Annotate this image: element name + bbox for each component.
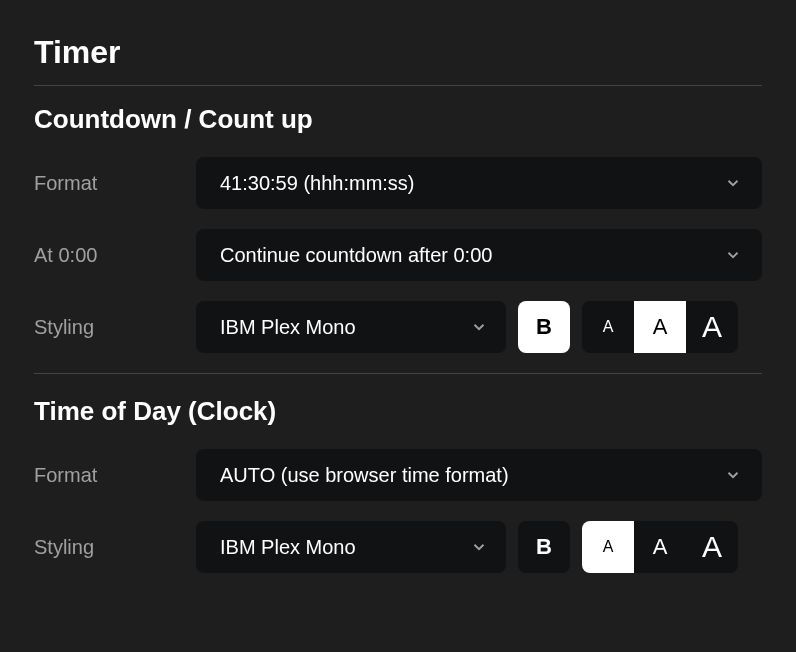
clock-format-dropdown[interactable]: AUTO (use browser time format) — [196, 449, 762, 501]
clock-styling-row: Styling IBM Plex Mono B A A A — [34, 521, 762, 573]
countdown-format-label: Format — [34, 172, 196, 195]
chevron-down-icon — [470, 318, 488, 336]
divider — [34, 373, 762, 374]
clock-size-large[interactable]: A — [686, 521, 738, 573]
clock-size-small[interactable]: A — [582, 521, 634, 573]
countdown-atzero-dropdown[interactable]: Continue countdown after 0:00 — [196, 229, 762, 281]
countdown-styling-label: Styling — [34, 316, 196, 339]
countdown-size-medium[interactable]: A — [634, 301, 686, 353]
clock-styling-label: Styling — [34, 536, 196, 559]
countdown-format-value: 41:30:59 (hhh:mm:ss) — [220, 172, 415, 195]
countdown-atzero-label: At 0:00 — [34, 244, 196, 267]
countdown-atzero-value: Continue countdown after 0:00 — [220, 244, 492, 267]
clock-bold-toggle[interactable]: B — [518, 521, 570, 573]
clock-heading: Time of Day (Clock) — [34, 396, 762, 427]
countdown-size-group: A A A — [582, 301, 738, 353]
chevron-down-icon — [470, 538, 488, 556]
countdown-styling-row: Styling IBM Plex Mono B A A A — [34, 301, 762, 353]
clock-format-row: Format AUTO (use browser time format) — [34, 449, 762, 501]
countdown-format-dropdown[interactable]: 41:30:59 (hhh:mm:ss) — [196, 157, 762, 209]
chevron-down-icon — [724, 246, 742, 264]
chevron-down-icon — [724, 174, 742, 192]
countdown-heading: Countdown / Count up — [34, 104, 762, 135]
clock-styling-controls: IBM Plex Mono B A A A — [196, 521, 762, 573]
clock-format-value: AUTO (use browser time format) — [220, 464, 509, 487]
clock-size-group: A A A — [582, 521, 738, 573]
clock-font-dropdown[interactable]: IBM Plex Mono — [196, 521, 506, 573]
countdown-size-small[interactable]: A — [582, 301, 634, 353]
clock-font-value: IBM Plex Mono — [220, 536, 356, 559]
countdown-styling-controls: IBM Plex Mono B A A A — [196, 301, 762, 353]
divider — [34, 85, 762, 86]
countdown-font-dropdown[interactable]: IBM Plex Mono — [196, 301, 506, 353]
page-title: Timer — [34, 34, 762, 71]
clock-size-medium[interactable]: A — [634, 521, 686, 573]
countdown-size-large[interactable]: A — [686, 301, 738, 353]
countdown-font-value: IBM Plex Mono — [220, 316, 356, 339]
countdown-format-row: Format 41:30:59 (hhh:mm:ss) — [34, 157, 762, 209]
chevron-down-icon — [724, 466, 742, 484]
clock-format-label: Format — [34, 464, 196, 487]
countdown-atzero-row: At 0:00 Continue countdown after 0:00 — [34, 229, 762, 281]
countdown-bold-toggle[interactable]: B — [518, 301, 570, 353]
